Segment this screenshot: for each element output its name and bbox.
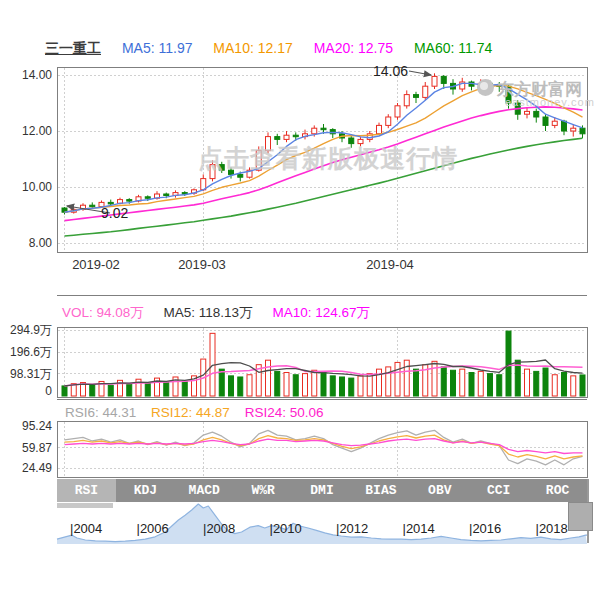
- rsi24-value: RSI24: 50.06: [245, 405, 324, 420]
- rsi12-value: RSI12: 44.87: [151, 405, 230, 420]
- timeline-drag-handle[interactable]: [568, 502, 593, 531]
- main-chart-legend: 三一重工 MA5: 11.97 MA10: 12.17 MA20: 12.75 …: [45, 40, 509, 58]
- tab-bias[interactable]: BIAS: [351, 479, 410, 502]
- price-y-tick: 14.00: [0, 68, 52, 82]
- rsi-y-tick: 59.87: [0, 441, 52, 455]
- volume-y-tick: 98.31万: [0, 367, 52, 381]
- timeline-year-tick: |2004: [70, 521, 102, 536]
- tab-wr[interactable]: W%R: [234, 479, 293, 502]
- rsi-y-tick: 95.24: [0, 419, 52, 433]
- tab-obv[interactable]: OBV: [410, 479, 469, 502]
- tab-rsi[interactable]: RSI: [57, 479, 116, 502]
- tab-dmi[interactable]: DMI: [293, 479, 352, 502]
- tab-kdj[interactable]: KDJ: [116, 479, 175, 502]
- timeline-year-tick: |2016: [469, 521, 501, 536]
- watermark-promo-link[interactable]: 点击查看新版极速行情: [198, 142, 458, 175]
- price-y-tick: 10.00: [0, 180, 52, 194]
- volume-y-tick: 0: [0, 384, 52, 398]
- timeline-year-tick: |2006: [137, 521, 169, 536]
- vol-ma10: MA10: 124.67万: [272, 305, 370, 320]
- price-x-tick: 2019-02: [72, 257, 120, 272]
- stock-name-link[interactable]: 三一重工: [45, 40, 101, 56]
- price-y-tick: 8.00: [0, 236, 52, 250]
- eastmoney-logo-icon: [477, 79, 494, 96]
- ma60-legend: MA60: 11.74: [414, 40, 492, 56]
- timeline-year-tick: |2012: [336, 521, 368, 536]
- price-x-tick: 2019-04: [366, 257, 414, 272]
- tab-macd[interactable]: MACD: [175, 479, 234, 502]
- vol-ma5: MA5: 118.13万: [164, 305, 253, 320]
- timeline-year-tick: |2010: [270, 521, 302, 536]
- ma5-legend: MA5: 11.97: [122, 40, 193, 56]
- ma20-legend: MA20: 12.75: [314, 40, 393, 56]
- vol-value: VOL: 94.08万: [62, 305, 144, 320]
- ma10-legend: MA10: 12.17: [213, 40, 292, 56]
- volume-y-tick: 196.6万: [0, 345, 52, 359]
- rsi-y-tick: 24.49: [0, 461, 52, 475]
- rsi6-value: RSI6: 44.31: [65, 405, 136, 420]
- price-y-tick: 12.00: [0, 124, 52, 138]
- timeline-year-tick: |2014: [403, 521, 435, 536]
- volume-legend: VOL: 94.08万 MA5: 118.13万 MA10: 124.67万: [62, 304, 386, 322]
- high-annotation: 14.06: [373, 63, 408, 79]
- timeline-year-tick: |2008: [203, 521, 235, 536]
- low-annotation: 9.02: [101, 205, 128, 221]
- timeline-year-tick: |2018: [536, 521, 568, 536]
- volume-y-tick: 294.9万: [0, 323, 52, 337]
- indicator-tab-bar: RSIKDJMACDW%RDMIBIASOBVCCIROC: [57, 479, 587, 502]
- price-x-tick: 2019-03: [178, 257, 226, 272]
- tab-scroll-thumb[interactable]: [57, 503, 113, 508]
- tab-roc[interactable]: ROC: [528, 479, 587, 502]
- tab-cci[interactable]: CCI: [469, 479, 528, 502]
- watermark-domain: eastmoney.com: [505, 96, 595, 108]
- rsi-legend: RSI6: 44.31 RSI12: 44.87 RSI24: 50.06: [65, 405, 334, 420]
